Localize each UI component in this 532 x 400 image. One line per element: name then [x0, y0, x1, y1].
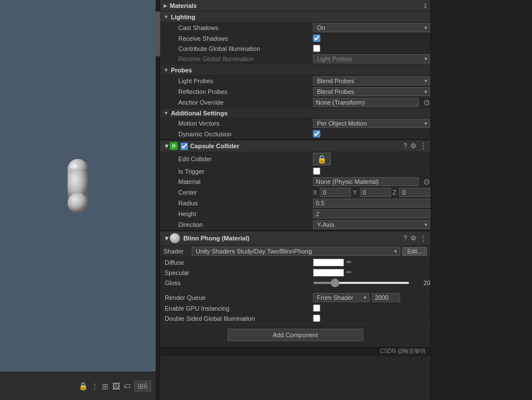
direction-row: Direction Y-Axis X-Axis Z-Axis: [160, 220, 430, 230]
lighting-section-header[interactable]: ▼ Lighting: [160, 11, 430, 23]
left-panel: 🔒 ⋮ ⊞ 🖼 🏷 ⊞6: [0, 0, 156, 400]
capsule-collider-enable[interactable]: [181, 143, 188, 150]
render-queue-mode-wrap: From Shader Geometry Transparent: [313, 293, 370, 302]
center-z-field[interactable]: [399, 188, 430, 197]
gloss-slider-group: 20: [313, 279, 430, 286]
edit-collider-label: Edit Collider: [160, 156, 313, 162]
capsule-collider-buttons: ? ⚙ ⋮: [404, 142, 427, 150]
cast-shadows-row: Cast Shadows On Off Two Sided Shadows On…: [160, 23, 430, 33]
cast-shadows-dropdown[interactable]: On Off Two Sided Shadows Only: [313, 23, 430, 32]
light-probes-dropdown[interactable]: Blend Probes Off Use Proxy Volume: [313, 76, 430, 85]
dynamic-occlusion-checkbox[interactable]: [313, 130, 320, 137]
specular-color-swatch[interactable]: [313, 269, 344, 277]
add-component-button[interactable]: Add Component: [228, 329, 363, 341]
reflection-probes-dropdown-wrap: Blend Probes Off Simple: [313, 87, 430, 96]
scrollbar[interactable]: [156, 0, 160, 400]
shader-row: Shader Unity Shaders Study/Day Two/Blinn…: [160, 246, 430, 257]
anchor-override-field[interactable]: [313, 98, 419, 107]
capsule-collider-help[interactable]: ?: [404, 142, 407, 150]
radius-field[interactable]: [313, 199, 430, 208]
shader-dropdown[interactable]: Unity Shaders Study/Day Two/BlinnPhong: [192, 247, 400, 256]
direction-label: Direction: [160, 221, 313, 228]
center-value: X Y Z: [313, 188, 430, 197]
receive-shadows-label: Receive Shadows: [160, 35, 313, 42]
material-component-header[interactable]: ▼ Blinn Phong (Material) ? ⚙ ⋮: [160, 230, 430, 246]
collider-material-target-icon[interactable]: ⊙: [423, 177, 430, 186]
render-queue-row: Render Queue From Shader Geometry Transp…: [160, 293, 430, 303]
motion-vectors-row: Motion Vectors Per Object Motion Camera …: [160, 118, 430, 129]
specular-color-group: ✏: [313, 269, 351, 277]
center-y-label: Y: [353, 189, 357, 196]
specular-value: ✏: [313, 269, 430, 277]
motion-vectors-value: Per Object Motion Camera Motion Only For…: [313, 119, 430, 128]
reflection-probes-value: Blend Probes Off Simple: [313, 87, 430, 96]
render-queue-value: From Shader Geometry Transparent: [313, 293, 430, 302]
is-trigger-checkbox[interactable]: [313, 167, 320, 175]
grid-icon[interactable]: ⊞: [102, 382, 109, 391]
height-field[interactable]: [313, 209, 430, 218]
radius-row: Radius: [160, 198, 430, 209]
more-icon[interactable]: ⋮: [91, 382, 98, 390]
edit-collider-button[interactable]: 🔒: [313, 153, 331, 165]
dynamic-occlusion-value: [313, 130, 430, 137]
double-sided-checkbox[interactable]: [313, 315, 320, 322]
motion-vectors-label: Motion Vectors: [160, 120, 313, 127]
center-y-field[interactable]: [360, 188, 391, 197]
capsule-collider-header[interactable]: ▼ ⚙ Capsule Collider ? ⚙ ⋮: [160, 139, 430, 152]
material-settings[interactable]: ⚙: [410, 234, 417, 242]
contribute-gi-checkbox[interactable]: [313, 45, 320, 52]
inspector-panel: ▶ Materials 1 ▼ Lighting Cast Shadows On…: [160, 0, 430, 400]
probes-section-header[interactable]: ▼ Probes: [160, 64, 430, 76]
render-queue-value-field[interactable]: [372, 293, 400, 302]
scrollbar-thumb[interactable]: [156, 11, 160, 57]
collider-material-field[interactable]: [313, 177, 419, 186]
gloss-row: Gloss 20: [160, 278, 430, 288]
material-more[interactable]: ⋮: [420, 234, 427, 242]
center-x-field[interactable]: [320, 188, 351, 197]
edit-collider-row: Edit Collider 🔒: [160, 152, 430, 166]
gloss-slider[interactable]: [313, 282, 410, 284]
render-queue-mode-dropdown[interactable]: From Shader Geometry Transparent: [313, 293, 370, 302]
specular-label: Specular: [160, 269, 313, 276]
is-trigger-value: [313, 167, 430, 175]
layers-count[interactable]: ⊞6: [134, 381, 151, 392]
cast-shadows-dropdown-wrap: On Off Two Sided Shadows Only: [313, 23, 430, 32]
motion-vectors-dropdown[interactable]: Per Object Motion Camera Motion Only For…: [313, 119, 430, 128]
svg-point-2: [68, 193, 88, 213]
capsule-collider-more[interactable]: ⋮: [420, 142, 427, 150]
gloss-label: Gloss: [160, 279, 313, 286]
center-xyz: X Y Z: [313, 188, 430, 197]
image-icon[interactable]: 🖼: [112, 382, 120, 391]
svg-point-3: [70, 164, 77, 169]
material-triangle: ▼: [164, 235, 170, 242]
anchor-override-value: ⊙: [313, 98, 430, 107]
diffuse-color-swatch[interactable]: [313, 259, 344, 266]
diffuse-pencil-icon[interactable]: ✏: [346, 259, 351, 266]
scene-view: [0, 0, 156, 372]
receive-gi-dropdown[interactable]: Light Probes Lightmap: [313, 54, 430, 63]
additional-settings-header[interactable]: ▼ Additional Settings: [160, 108, 430, 118]
material-component-buttons: ? ⚙ ⋮: [404, 234, 427, 242]
collider-material-row: Material ⊙: [160, 177, 430, 187]
specular-pencil-icon[interactable]: ✏: [346, 269, 351, 276]
receive-shadows-checkbox[interactable]: [313, 35, 320, 42]
capsule-collider-settings[interactable]: ⚙: [410, 142, 417, 150]
tag-icon[interactable]: 🏷: [123, 382, 131, 390]
direction-dropdown[interactable]: Y-Axis X-Axis Z-Axis: [313, 220, 430, 229]
shader-edit-button[interactable]: Edit...: [402, 247, 427, 256]
capsule-collider-label: Capsule Collider: [190, 143, 239, 149]
materials-section-header[interactable]: ▶ Materials 1: [160, 0, 430, 11]
reflection-probes-dropdown[interactable]: Blend Probes Off Simple: [313, 87, 430, 96]
anchor-override-label: Anchor Override: [160, 99, 313, 106]
collider-material-label: Material: [160, 178, 313, 185]
lock-icon[interactable]: 🔒: [79, 382, 88, 390]
shader-dropdown-wrap: Unity Shaders Study/Day Two/BlinnPhong: [192, 247, 400, 256]
material-help[interactable]: ?: [404, 234, 407, 242]
gpu-instancing-checkbox[interactable]: [313, 304, 320, 312]
capsule-collider-triangle: ▼: [164, 143, 170, 149]
height-row: Height: [160, 209, 430, 220]
reflection-probes-label: Reflection Probes: [160, 88, 313, 95]
center-z-label: Z: [393, 189, 397, 196]
gpu-instancing-row: Enable GPU Instancing: [160, 303, 430, 313]
anchor-target-icon[interactable]: ⊙: [423, 98, 430, 107]
